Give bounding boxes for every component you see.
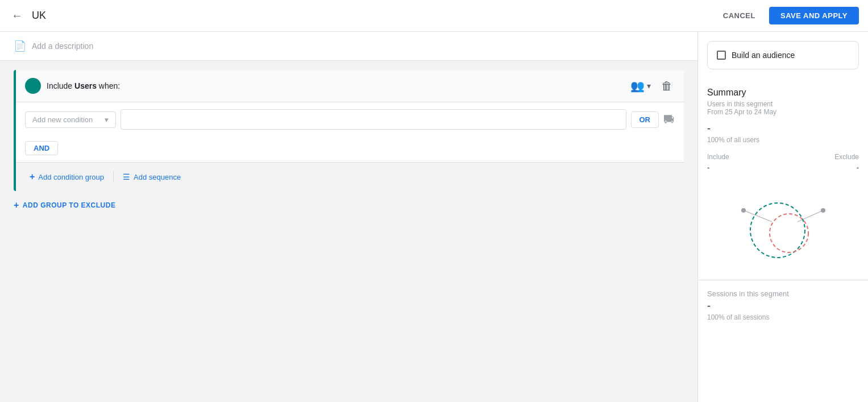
- users-dropdown-button[interactable]: 👥 ▾: [628, 77, 653, 95]
- cancel-button[interactable]: CANCEL: [714, 7, 765, 24]
- include-label-stat: Include: [707, 153, 729, 161]
- page-title: UK: [32, 10, 46, 22]
- condition-area: Add new condition ▾ OR ⛟: [16, 102, 684, 136]
- add-group-to-exclude-button[interactable]: + ADD GROUP TO EXCLUDE: [14, 200, 115, 210]
- document-icon: 📄: [14, 40, 26, 52]
- add-group-row: + Add condition group ☰ Add sequence: [16, 162, 684, 191]
- add-sequence-button[interactable]: ☰ Add sequence: [118, 170, 185, 184]
- condition-dropdown-chevron: ▾: [105, 115, 109, 124]
- plus-icon: +: [30, 172, 35, 182]
- include-exclude-row: Include Exclude: [707, 153, 859, 161]
- include-label-suffix: when:: [97, 81, 120, 90]
- build-audience-checkbox[interactable]: [717, 51, 726, 60]
- summary-subtitle-line1: Users in this segment From 25 Apr to 24 …: [707, 100, 859, 116]
- build-audience-label: Build an audience: [732, 51, 795, 60]
- trash-icon: 🗑: [661, 80, 672, 92]
- svg-point-3: [821, 208, 825, 213]
- exclude-value-stat: -: [857, 163, 859, 172]
- condition-input-area[interactable]: [121, 109, 626, 130]
- condition-dropdown-label: Add new condition: [32, 115, 93, 124]
- delete-group-button[interactable]: 🗑: [659, 77, 675, 95]
- back-button[interactable]: ←: [9, 7, 25, 24]
- summary-section: Summary Users in this segment From 25 Ap…: [698, 78, 868, 280]
- build-audience-box[interactable]: Build an audience: [707, 41, 859, 69]
- include-exclude-values-row: - -: [707, 163, 859, 172]
- sessions-label: Sessions in this segment: [707, 289, 859, 298]
- summary-users-percent: 100% of all users: [707, 136, 859, 144]
- include-label-prefix: Include: [47, 81, 74, 90]
- sessions-percent: 100% of all sessions: [707, 313, 859, 321]
- close-circle-icon: ⛟: [663, 113, 675, 126]
- include-value-stat: -: [707, 163, 709, 172]
- or-button[interactable]: OR: [631, 111, 659, 128]
- sequence-icon: ☰: [123, 172, 130, 181]
- left-content: 📄 Add a description Include Users when: …: [0, 32, 697, 402]
- summary-users-value: -: [707, 123, 859, 135]
- right-panel: Build an audience Summary Users in this …: [697, 32, 868, 402]
- and-row: AND: [16, 136, 684, 162]
- chevron-down-icon: ▾: [647, 81, 651, 90]
- segment-area: Include Users when: 👥 ▾ 🗑 Add new condit…: [0, 61, 697, 219]
- include-group: Include Users when: 👥 ▾ 🗑 Add new condit…: [14, 70, 684, 191]
- teal-circle-indicator: [25, 78, 41, 94]
- venn-svg: [721, 176, 846, 262]
- back-icon: ←: [11, 9, 23, 22]
- svg-point-2: [741, 208, 746, 213]
- add-group-to-exclude-label: ADD GROUP TO EXCLUDE: [23, 201, 116, 209]
- and-button[interactable]: AND: [25, 141, 58, 155]
- topbar-right: CANCEL SAVE AND APPLY: [714, 7, 859, 24]
- divider: [113, 171, 114, 183]
- summary-title: Summary: [707, 88, 859, 98]
- sessions-section: Sessions in this segment - 100% of all s…: [698, 280, 868, 330]
- condition-row: Add new condition ▾ OR ⛟: [25, 109, 675, 130]
- topbar: ← UK CANCEL SAVE AND APPLY: [0, 0, 868, 32]
- users-icon: 👥: [630, 79, 645, 93]
- add-condition-group-button[interactable]: + Add condition group: [25, 169, 109, 184]
- plus-exclude-icon: +: [14, 200, 19, 210]
- include-label-bold: Users: [74, 81, 97, 90]
- main-layout: 📄 Add a description Include Users when: …: [0, 32, 868, 402]
- venn-diagram: [707, 176, 859, 262]
- include-label: Include Users when:: [47, 81, 622, 90]
- exclude-label-stat: Exclude: [834, 153, 859, 161]
- svg-line-0: [744, 210, 772, 222]
- add-condition-group-label: Add condition group: [38, 173, 104, 181]
- exclude-group-row: + ADD GROUP TO EXCLUDE: [14, 191, 684, 210]
- description-bar: 📄 Add a description: [0, 32, 697, 61]
- remove-condition-button[interactable]: ⛟: [663, 113, 675, 126]
- include-header: Include Users when: 👥 ▾ 🗑: [16, 70, 684, 102]
- description-placeholder[interactable]: Add a description: [32, 42, 93, 51]
- sessions-value: -: [707, 300, 859, 312]
- topbar-left: ← UK: [9, 7, 714, 24]
- save-and-apply-button[interactable]: SAVE AND APPLY: [769, 7, 859, 24]
- add-new-condition-dropdown[interactable]: Add new condition ▾: [25, 111, 116, 128]
- add-sequence-label: Add sequence: [134, 173, 181, 181]
